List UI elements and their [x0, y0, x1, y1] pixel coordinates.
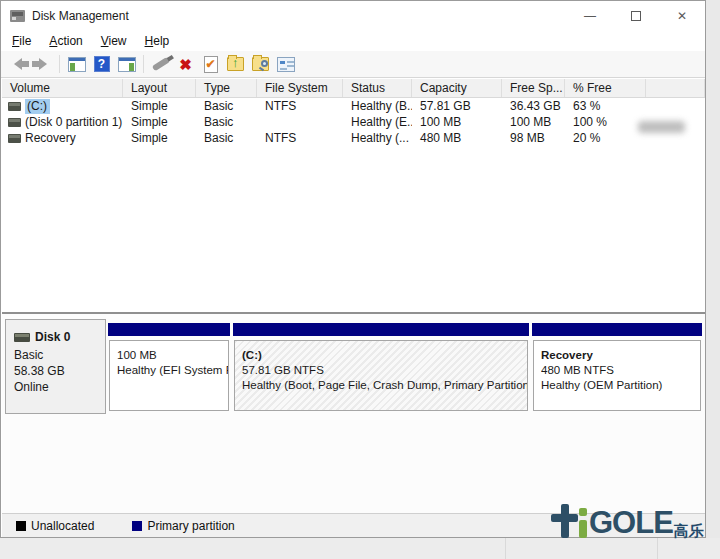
partition-name: (C:) [242, 348, 527, 363]
logo-latin-text: GOLE [589, 506, 673, 540]
layout-cell: Simple [123, 131, 196, 145]
column-header-volume[interactable]: Volume [2, 79, 123, 97]
folder-up-icon: ↑ [227, 57, 244, 71]
console-tree-icon [68, 57, 86, 72]
column-header-layout[interactable]: Layout [123, 79, 196, 97]
disk-icon [14, 333, 30, 342]
partition-status: Healthy (Boot, Page File, Crash Dump, Pr… [242, 378, 527, 393]
partition-recovery[interactable]: Recovery 480 MB NTFS Healthy (OEM Partit… [532, 319, 702, 414]
disk-0-header[interactable]: Disk 0 Basic 58.38 GB Online [5, 319, 106, 414]
volume-list: Volume Layout Type File System Status Ca… [2, 79, 705, 312]
partition-size: 480 MB NTFS [541, 363, 700, 378]
status-cell: Healthy (... [343, 131, 412, 145]
column-header-free-space[interactable]: Free Sp... [502, 79, 565, 97]
toolbar-separator [143, 55, 144, 73]
volume-label: (Disk 0 partition 1) [25, 115, 122, 129]
disk-0-row: Disk 0 Basic 58.38 GB Online 100 MB Heal… [2, 319, 705, 414]
close-icon: ✕ [677, 9, 687, 23]
menu-bar: File Action View Help [1, 31, 705, 51]
maximize-icon [631, 11, 641, 21]
pct-free-cell: 20 % [565, 131, 646, 145]
disk-name: Disk 0 [35, 330, 70, 344]
back-icon [14, 58, 22, 70]
partition-size: 100 MB [117, 348, 228, 363]
column-header-capacity[interactable]: Capacity [412, 79, 502, 97]
mark-partition-button[interactable]: ✔ [199, 53, 222, 75]
higole-watermark: GOLE 高乐 [551, 493, 704, 540]
app-icon [10, 10, 25, 22]
close-button[interactable]: ✕ [659, 1, 705, 31]
partition-status: Healthy (OEM Partition) [541, 378, 700, 393]
partition-size: 57.81 GB NTFS [242, 363, 527, 378]
partition-efi[interactable]: 100 MB Healthy (EFI System Pa [108, 319, 230, 414]
column-header-filler [646, 79, 705, 97]
pointer-tool-button[interactable] [149, 53, 172, 75]
column-header-file-system[interactable]: File System [257, 79, 343, 97]
forward-icon [39, 58, 47, 70]
volume-icon [8, 102, 21, 111]
window-controls: — ✕ [567, 1, 705, 31]
toolbar: ? ✖ ✔ ↑ [1, 51, 705, 78]
minimize-icon: — [584, 9, 596, 23]
volume-label: (C:) [25, 99, 50, 114]
open-folder-button[interactable]: ↑ [224, 53, 247, 75]
maximize-button[interactable] [613, 1, 659, 31]
partition-name: Recovery [541, 348, 700, 363]
volume-icon [8, 134, 21, 143]
pct-free-cell: 100 % [565, 115, 646, 129]
status-cell: Healthy (E... [343, 115, 412, 129]
menu-file[interactable]: File [3, 32, 40, 50]
column-header-pct-free[interactable]: % Free [565, 79, 646, 97]
volume-list-header: Volume Layout Type File System Status Ca… [2, 79, 705, 98]
partition-status: Healthy (EFI System Pa [117, 363, 228, 378]
status-cell: Healthy (B... [343, 99, 412, 113]
disk-management-window: Disk Management — ✕ File Action View Hel… [0, 0, 706, 538]
properties-button[interactable] [274, 53, 297, 75]
volume-cell: Recovery [2, 131, 123, 145]
properties-icon [277, 57, 295, 72]
explore-folder-button[interactable] [249, 53, 272, 75]
forward-button[interactable] [31, 53, 54, 75]
layout-cell: Simple [123, 99, 196, 113]
type-cell: Basic [196, 99, 257, 113]
disk-type: Basic [14, 347, 105, 363]
menu-action[interactable]: Action [40, 32, 91, 50]
redacted-watermark [638, 121, 685, 133]
title-bar: Disk Management — ✕ [1, 1, 705, 31]
free-space-cell: 36.43 GB [502, 99, 565, 113]
show-action-pane-button[interactable] [115, 53, 138, 75]
file-system-cell: NTFS [257, 99, 343, 113]
unallocated-swatch [16, 521, 26, 531]
screwdriver-icon [151, 57, 169, 72]
capacity-cell: 480 MB [412, 131, 502, 145]
show-console-tree-button[interactable] [65, 53, 88, 75]
menu-view[interactable]: View [92, 32, 136, 50]
delete-volume-button[interactable]: ✖ [174, 53, 197, 75]
partition-c[interactable]: (C:) 57.81 GB NTFS Healthy (Boot, Page F… [233, 319, 529, 414]
minimize-button[interactable]: — [567, 1, 613, 31]
disk-status: Online [14, 379, 105, 395]
table-row[interactable]: Recovery Simple Basic NTFS Healthy (... … [2, 130, 705, 146]
column-header-status[interactable]: Status [343, 79, 412, 97]
action-pane-icon [118, 57, 136, 72]
menu-help[interactable]: Help [136, 32, 179, 50]
primary-partition-band [233, 323, 529, 336]
disk-graphical-pane: Disk 0 Basic 58.38 GB Online 100 MB Heal… [2, 314, 705, 513]
back-button[interactable] [6, 53, 29, 75]
primary-partition-band [532, 323, 702, 336]
volume-cell: (Disk 0 partition 1) [2, 115, 123, 129]
help-button[interactable]: ? [90, 53, 113, 75]
file-system-cell: NTFS [257, 131, 343, 145]
column-header-type[interactable]: Type [196, 79, 257, 97]
table-row[interactable]: (Disk 0 partition 1) Simple Basic Health… [2, 114, 705, 130]
check-document-icon: ✔ [204, 56, 218, 73]
type-cell: Basic [196, 131, 257, 145]
type-cell: Basic [196, 115, 257, 129]
capacity-cell: 100 MB [412, 115, 502, 129]
disk-size: 58.38 GB [14, 363, 105, 379]
delete-icon: ✖ [179, 57, 192, 72]
primary-partition-swatch [132, 521, 142, 531]
table-row[interactable]: (C:) Simple Basic NTFS Healthy (B... 57.… [2, 98, 705, 114]
free-space-cell: 98 MB [502, 131, 565, 145]
folder-search-icon [252, 57, 269, 71]
